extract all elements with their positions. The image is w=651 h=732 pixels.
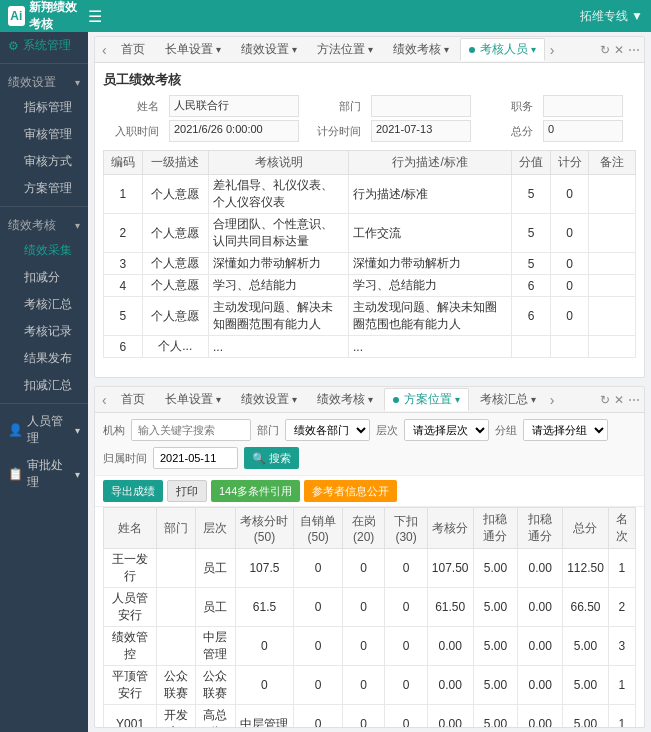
p2-cell-total: 5.00 [563, 666, 609, 705]
tab2-kpi[interactable]: 绩效考核 ▾ [308, 388, 382, 411]
level-select[interactable]: 请选择层次 [404, 419, 489, 441]
join-value: 2021/6/26 0:00:00 [169, 120, 299, 142]
cell-calc: 0 [550, 275, 589, 297]
tab2-long[interactable]: 长单设置 ▾ [156, 388, 230, 411]
sidebar-item-record[interactable]: 考核记录 [16, 318, 88, 345]
cell-desc: 主动发现问题、解决未知圈圈范围有能力人 [209, 297, 349, 336]
panel2-table-row[interactable]: 王一发行 员工 107.5 0 0 0 107.50 5.00 0.00 112… [104, 549, 636, 588]
sidebar-item-scheme[interactable]: 方案管理 [16, 175, 88, 202]
score-table-row[interactable]: 5 个人意愿 主动发现问题、解决未知圈圈范围有能力人 主动发现问题、解决未知圈圈… [104, 297, 636, 336]
calc-value: 2021-07-13 [371, 120, 471, 142]
chevron-tab-icon3: ▾ [368, 44, 373, 55]
top-nav-user[interactable]: 拓维专线 ▼ [580, 8, 643, 25]
sidebar-item-kpi[interactable]: ⚙ 系统管理 [0, 32, 88, 59]
score-table-row[interactable]: 4 个人意愿 学习、总结能力 学习、总结能力 6 0 [104, 275, 636, 297]
chevron-right-icon-2: ▾ [75, 469, 80, 480]
tab2-kpi-settings[interactable]: 绩效设置 ▾ [232, 388, 306, 411]
tab1-kpi[interactable]: 绩效考核 ▾ [384, 38, 458, 61]
cell-level1: 个人意愿 [142, 214, 209, 253]
tab-prev-btn-2[interactable]: ‹ [99, 392, 110, 408]
p2-cell-kpi: 0.00 [427, 705, 473, 728]
score-table-row[interactable]: 1 个人意愿 差礼倡导、礼仪仪表、个人仪容仪表 行为描述/标准 5 0 [104, 175, 636, 214]
p2-th-sales50: 自销单(50) [294, 508, 343, 549]
cell-level1: 个人意愿 [142, 275, 209, 297]
tab1-method[interactable]: 方法位置 ▾ [308, 38, 382, 61]
public-info-btn[interactable]: 参考者信息公开 [304, 480, 397, 502]
sidebar-item-personnel[interactable]: 👤 人员管理 ▾ [0, 408, 88, 452]
cell-code: 6 [104, 336, 143, 358]
tab1-kpi-settings[interactable]: 绩效设置 ▾ [232, 38, 306, 61]
refresh-icon-2[interactable]: ↻ [600, 393, 610, 407]
refresh-icon-1[interactable]: ↻ [600, 43, 610, 57]
tab-next-btn-1[interactable]: › [547, 42, 558, 58]
sidebar-item-deduct-sum[interactable]: 扣减汇总 [16, 372, 88, 399]
p2-cell-dept [157, 549, 196, 588]
level-label: 层次 [376, 423, 398, 438]
p2-cell-score3: 0 [342, 588, 384, 627]
sidebar-item-deduct[interactable]: 扣减分 [16, 264, 88, 291]
dept-select[interactable]: 绩效各部门 [285, 419, 370, 441]
cell-calc: 0 [550, 253, 589, 275]
score-table-row[interactable]: 2 个人意愿 合理团队、个性意识、认同共同目标达量 工作交流 5 0 [104, 214, 636, 253]
p2-th-total: 总分 [563, 508, 609, 549]
menu-icon[interactable]: ☰ [88, 7, 102, 26]
sidebar-item-method[interactable]: 审核方式 [16, 148, 88, 175]
close-icon-2[interactable]: ✕ [614, 393, 624, 407]
app-logo: Ai 新翔绩效考核 [8, 0, 88, 33]
sidebar-item-summary[interactable]: 考核汇总 [16, 291, 88, 318]
chevron-tab-icon: ▾ [216, 44, 221, 55]
sidebar-kpi-sub: 绩效采集 扣减分 考核汇总 考核记录 结果发布 扣减汇总 [0, 237, 88, 399]
tab2-home[interactable]: 首页 [112, 388, 154, 411]
cell-desc: 学习、总结能力 [209, 275, 349, 297]
print-btn[interactable]: 打印 [167, 480, 207, 502]
panel2-table-row[interactable]: 人员管安行 员工 61.5 0 0 0 61.50 5.00 0.00 66.5… [104, 588, 636, 627]
tab2-summary[interactable]: 考核汇总 ▾ [471, 388, 545, 411]
logo-icon: Ai [8, 6, 25, 26]
score-table-row[interactable]: 6 个人... ... ... [104, 336, 636, 358]
multi-ref-btn[interactable]: 144多条件引用 [211, 480, 300, 502]
cell-score: 6 [512, 297, 551, 336]
sidebar-item-publish[interactable]: 结果发布 [16, 345, 88, 372]
settings-icon: ⚙ [8, 39, 19, 53]
active-dot-1 [469, 47, 475, 53]
company-input[interactable] [131, 419, 251, 441]
score-table-row[interactable]: 3 个人意愿 深懂如力带动解析力 深懂如力带动解析力 5 0 [104, 253, 636, 275]
tab2-scheme[interactable]: 方案位置 ▾ [384, 388, 469, 411]
cell-level1: 个人意愿 [142, 175, 209, 214]
p2-th-level: 层次 [196, 508, 235, 549]
panel2-table-row[interactable]: 绩效管控 中层管理 0 0 0 0 0.00 5.00 0.00 5.00 3 [104, 627, 636, 666]
sidebar-item-score[interactable]: 绩效采集 [16, 237, 88, 264]
sidebar-item-process[interactable]: 📋 审批处理 ▾ [0, 452, 88, 496]
panel2-table-row[interactable]: 平顶管安行 公众联赛 公众联赛 0 0 0 0 0.00 5.00 0.00 5… [104, 666, 636, 705]
p2-cell-score4: 0 [385, 588, 427, 627]
sidebar-item-review[interactable]: 审核管理 [16, 121, 88, 148]
more-icon-1[interactable]: ⋯ [628, 43, 640, 57]
p2-cell-score4: 0 [385, 666, 427, 705]
dept-value [371, 95, 471, 117]
date-input[interactable] [153, 447, 238, 469]
p2-cell-name: 平顶管安行 [104, 666, 157, 705]
tab1-long[interactable]: 长单设置 ▾ [156, 38, 230, 61]
p2-cell-score3: 0 [342, 549, 384, 588]
close-icon-1[interactable]: ✕ [614, 43, 624, 57]
tab-next-btn-2[interactable]: › [547, 392, 558, 408]
top-nav: Ai 新翔绩效考核 ☰ 拓维专线 ▼ [0, 0, 651, 32]
dept-label: 部门 [305, 99, 365, 114]
more-icon-2[interactable]: ⋯ [628, 393, 640, 407]
name-value: 人民联合行 [169, 95, 299, 117]
th-remark: 备注 [589, 151, 636, 175]
sidebar-item-indicator[interactable]: 指标管理 [16, 94, 88, 121]
export-btn[interactable]: 导出成绩 [103, 480, 163, 502]
panel1-title: 员工绩效考核 [103, 71, 636, 89]
p2-cell-kpi: 107.50 [427, 549, 473, 588]
panel2-table-row[interactable]: Y001 开发部 高总监 中层管理 0 0 0 0.00 5.00 0.00 5… [104, 705, 636, 728]
p2-cell-kpi: 0.00 [427, 666, 473, 705]
tab1-home[interactable]: 首页 [112, 38, 154, 61]
active-dot-2 [393, 397, 399, 403]
chevron-tab2-icon3: ▾ [368, 394, 373, 405]
p2-cell-stable2: 0.00 [518, 705, 563, 728]
tab1-personnel[interactable]: 考核人员 ▾ [460, 38, 545, 61]
tab-prev-btn-1[interactable]: ‹ [99, 42, 110, 58]
search-button[interactable]: 🔍 搜索 [244, 447, 299, 469]
group-select[interactable]: 请选择分组 [523, 419, 608, 441]
